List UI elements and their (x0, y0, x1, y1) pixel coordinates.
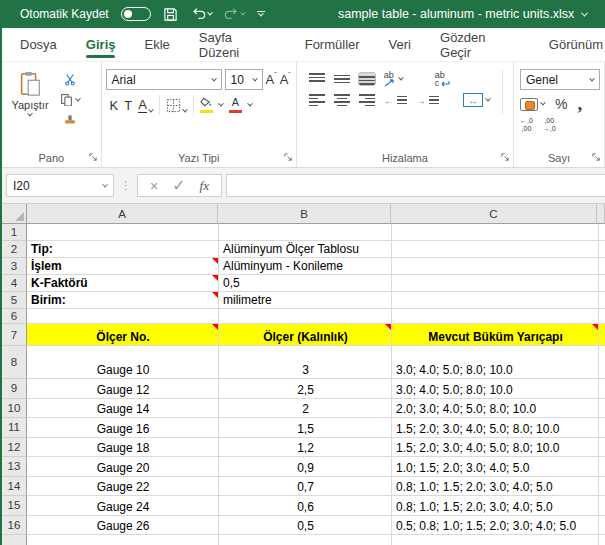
cell-c4[interactable] (392, 275, 599, 292)
column-header-c[interactable]: C (391, 204, 597, 224)
enter-icon[interactable]: ✓ (172, 176, 185, 195)
cell-c10[interactable]: 2.0; 3.0; 4.0; 5.0; 8.0; 10.0 (392, 399, 599, 419)
cell-d3[interactable] (599, 258, 605, 275)
cell-b15[interactable]: 0,6 (219, 496, 392, 516)
cell-partial[interactable] (392, 535, 599, 545)
cell-b9[interactable]: 2,5 (219, 379, 392, 399)
cell-a4[interactable]: K-Faktörü (27, 275, 219, 292)
cell-d12[interactable] (599, 438, 605, 458)
row-header-partial[interactable] (2, 535, 27, 545)
autosave-toggle[interactable] (121, 7, 151, 21)
tab-dosya[interactable]: Dosya (18, 28, 59, 61)
paste-dropdown-icon[interactable] (27, 111, 33, 117)
name-box[interactable]: I20 (6, 174, 114, 197)
row-header-8[interactable]: 8 (2, 346, 27, 379)
cell-a3[interactable]: İşlem (27, 258, 219, 275)
align-right-icon[interactable] (359, 94, 375, 106)
cell-d1[interactable] (599, 224, 605, 241)
cell-c3[interactable] (392, 258, 599, 275)
cell-a2[interactable]: Tip: (27, 241, 219, 258)
row-header-14[interactable]: 14 (2, 477, 27, 497)
select-all-corner[interactable] (2, 204, 27, 224)
undo-dropdown-icon[interactable] (207, 10, 213, 16)
cell-b14[interactable]: 0,7 (219, 477, 392, 497)
row-header-5[interactable]: 5 (2, 292, 27, 309)
number-format-select[interactable]: Genel (520, 69, 600, 90)
font-color-button[interactable]: A (229, 97, 242, 113)
cell-c8[interactable]: 3.0; 4.0; 5.0; 8.0; 10.0 (392, 346, 599, 379)
cell-a6[interactable] (27, 309, 219, 324)
row-header-2[interactable]: 2 (2, 241, 27, 258)
insert-function-icon[interactable]: fx (200, 178, 209, 194)
row-header-4[interactable]: 4 (2, 275, 27, 292)
cell-c1[interactable] (392, 224, 599, 241)
accounting-format-button[interactable] (520, 98, 545, 111)
cell-d7[interactable] (599, 324, 605, 346)
font-size-select[interactable]: 10 (225, 69, 263, 90)
tab-görünüm[interactable]: Görünüm (547, 28, 605, 61)
row-header-3[interactable]: 3 (2, 258, 27, 275)
cell-d11[interactable] (599, 418, 605, 438)
orientation-button[interactable]: ab (384, 71, 403, 87)
tab-ekle[interactable]: Ekle (142, 28, 171, 61)
cell-b10[interactable]: 2 (219, 399, 392, 419)
font-name-select[interactable]: Arial (106, 69, 222, 90)
middle-align-icon[interactable] (334, 73, 350, 85)
cell-d6[interactable] (599, 309, 605, 324)
merge-center-button[interactable]: ↔ (463, 93, 490, 107)
row-header-9[interactable]: 9 (2, 379, 27, 399)
cell-partial[interactable] (599, 535, 605, 545)
row-header-16[interactable]: 16 (2, 516, 27, 536)
cell-d16[interactable] (599, 516, 605, 536)
tab-giriş[interactable]: Giriş (84, 28, 118, 61)
save-icon[interactable] (163, 6, 179, 22)
increase-font-size-button[interactable]: Aˆ (266, 72, 277, 87)
number-dialog-launcher-icon[interactable] (592, 152, 601, 164)
cell-c2[interactable] (392, 241, 599, 258)
cell-b12[interactable]: 1,2 (219, 438, 392, 458)
column-header-a[interactable]: A (27, 204, 218, 224)
format-painter-icon[interactable] (60, 113, 80, 126)
clipboard-dialog-launcher-icon[interactable] (89, 152, 98, 164)
cell-a16[interactable]: Gauge 26 (27, 516, 219, 536)
cell-c14[interactable]: 0.8; 1.0; 1.5; 2.0; 3.0; 4.0; 5.0 (392, 477, 599, 497)
fill-color-dropdown-icon[interactable] (218, 101, 224, 107)
tab-gözden-geçir[interactable]: Gözden Geçir (438, 28, 522, 61)
alignment-dialog-launcher-icon[interactable] (501, 152, 510, 164)
cell-c12[interactable]: 1.5; 2.0; 3.0; 4.0; 5.0; 8.0; 10.0 (392, 438, 599, 458)
cell-a15[interactable]: Gauge 24 (27, 496, 219, 516)
cell-b2[interactable]: Alüminyum Ölçer Tablosu (219, 241, 392, 258)
cell-b13[interactable]: 0,9 (219, 457, 392, 477)
cell-b8[interactable]: 3 (219, 346, 392, 379)
cell-b1[interactable] (219, 224, 392, 241)
cell-c5[interactable] (392, 292, 599, 309)
cell-d15[interactable] (599, 496, 605, 516)
row-header-10[interactable]: 10 (2, 399, 27, 419)
bold-button[interactable]: K (110, 98, 119, 113)
increase-indent-icon[interactable]: → (416, 94, 439, 106)
cell-a12[interactable]: Gauge 18 (27, 438, 219, 458)
cell-a13[interactable]: Gauge 20 (27, 457, 219, 477)
align-center-icon[interactable] (334, 94, 350, 106)
customize-quick-access-toolbar-icon[interactable] (257, 11, 265, 18)
cell-a10[interactable]: Gauge 14 (27, 399, 219, 419)
copy-button[interactable] (60, 93, 80, 106)
cell-b4[interactable]: 0,5 (219, 275, 392, 292)
row-header-1[interactable]: 1 (2, 224, 27, 241)
increase-decimal-button[interactable]: ←,0 ,00 (520, 117, 533, 132)
tab-veri[interactable]: Veri (387, 28, 413, 61)
decrease-indent-icon[interactable]: ← (384, 94, 407, 106)
top-align-icon[interactable] (309, 73, 325, 85)
row-header-12[interactable]: 12 (2, 438, 27, 458)
percent-style-button[interactable]: % (555, 96, 567, 112)
formula-input[interactable] (226, 174, 605, 197)
name-box-dropdown-icon[interactable] (102, 181, 108, 187)
cell-c9[interactable]: 3.0; 4.0; 5.0; 8.0; 10.0 (392, 379, 599, 399)
cell-b7[interactable]: Ölçer (Kalınlık) (219, 324, 392, 346)
tab-formüller[interactable]: Formüller (303, 28, 362, 61)
cell-b3[interactable]: Alüminyum - Konileme (219, 258, 392, 275)
tab-sayfa-düzeni[interactable]: Sayfa Düzeni (197, 28, 278, 61)
italic-button[interactable]: T (124, 98, 132, 113)
cut-icon[interactable] (60, 73, 80, 86)
cell-a8[interactable]: Gauge 10 (27, 346, 219, 379)
